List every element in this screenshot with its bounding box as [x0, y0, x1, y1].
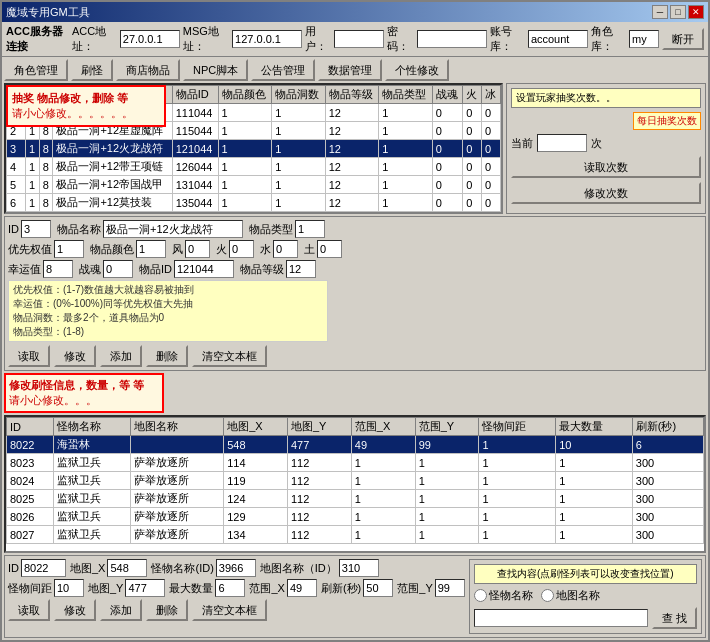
m-read-button[interactable]: 读取	[8, 599, 50, 621]
msg-input[interactable]	[232, 30, 302, 48]
modify-count-button[interactable]: 修改次数	[511, 182, 701, 204]
roledb-input[interactable]	[629, 30, 659, 48]
water-input[interactable]	[273, 240, 298, 258]
table-row[interactable]: 8023监狱卫兵萨举放逐所1141121111300	[7, 454, 704, 472]
priority-label: 优先权值	[8, 242, 52, 257]
m-refresh-input[interactable]	[363, 579, 393, 597]
m-ry-input[interactable]	[435, 579, 465, 597]
water-label: 水	[260, 242, 271, 257]
item-read-button[interactable]: 读取	[8, 345, 50, 367]
m-mapnameid-label: 地图名称（ID）	[260, 561, 337, 576]
m-col-x: 地图_X	[224, 418, 288, 436]
m-mapx-input[interactable]	[107, 559, 147, 577]
m-mapy-input[interactable]	[125, 579, 165, 597]
current-input[interactable]	[537, 134, 587, 152]
earth-input[interactable]	[317, 240, 342, 258]
accdb-input[interactable]	[528, 30, 588, 48]
m-col-id: ID	[7, 418, 54, 436]
fire-label: 火	[216, 242, 227, 257]
color-group: 物品颜色	[90, 240, 166, 258]
luck-input[interactable]	[43, 260, 73, 278]
monster-table-container[interactable]: ID 怪物名称 地图名称 地图_X 地图_Y 范围_X 范围_Y 怪物间距 最大…	[4, 415, 706, 553]
maximize-button[interactable]: □	[670, 5, 686, 19]
tab-npc-script[interactable]: NPC脚本	[183, 59, 248, 81]
color-input[interactable]	[136, 240, 166, 258]
m-dist-input[interactable]	[54, 579, 84, 597]
col-item-id: 物品ID	[172, 86, 218, 104]
current-label: 当前	[511, 136, 533, 151]
m-col-max: 最大数量	[556, 418, 633, 436]
table-row[interactable]: 8026监狱卫兵萨举放逐所1291121111300	[7, 508, 704, 526]
tab-data-mgmt[interactable]: 数据管理	[318, 59, 382, 81]
table-row[interactable]: 318极品一洞+12火龙战符12104411121000	[7, 140, 501, 158]
user-input[interactable]	[334, 30, 384, 48]
m-col-rx: 范围_X	[351, 418, 415, 436]
table-row[interactable]: 8024监狱卫兵萨举放逐所1191121111300	[7, 472, 704, 490]
m-mapnameid-input[interactable]	[339, 559, 379, 577]
item-type-input[interactable]	[295, 220, 325, 238]
item-add-button[interactable]: 添加	[100, 345, 142, 367]
item-name-input[interactable]	[103, 220, 243, 238]
lottery-daily-row: 每日抽奖次数	[511, 112, 701, 130]
table-row[interactable]: 8027监狱卫兵萨举放逐所1341121111300	[7, 526, 704, 544]
tab-role-mgmt[interactable]: 角色管理	[4, 59, 68, 81]
search-input[interactable]	[474, 609, 648, 627]
note-line2: 幸运值：(0%-100%)同等优先权值大先抽	[13, 297, 323, 311]
soul-input[interactable]	[103, 260, 133, 278]
m-clear-button[interactable]: 清空文本框	[192, 599, 267, 621]
m-mname-input[interactable]	[216, 559, 256, 577]
item-id-input[interactable]	[21, 220, 51, 238]
itemid-input[interactable]	[174, 260, 234, 278]
col-type: 物品类型	[379, 86, 433, 104]
monster-table: ID 怪物名称 地图名称 地图_X 地图_Y 范围_X 范围_Y 怪物间距 最大…	[6, 417, 704, 544]
fire-input[interactable]	[229, 240, 254, 258]
m-max-input[interactable]	[215, 579, 245, 597]
wind-input[interactable]	[185, 240, 210, 258]
item-type-label: 物品类型	[249, 222, 293, 237]
table-row[interactable]: 618极品一洞+12莫技装13504411121000	[7, 194, 501, 212]
m-id-input[interactable]	[21, 559, 66, 577]
tab-personal[interactable]: 个性修改	[385, 59, 449, 81]
radio-map-name[interactable]: 地图名称	[541, 588, 600, 603]
disconnect-button[interactable]: 断开	[662, 28, 704, 50]
item-form-row2: 优先权值 物品颜色 风 火 水	[8, 240, 702, 258]
m-max-label: 最大数量	[169, 581, 213, 596]
priority-input[interactable]	[54, 240, 84, 258]
m-add-button[interactable]: 添加	[100, 599, 142, 621]
item-delete-button[interactable]: 删除	[146, 345, 188, 367]
fire-group: 火	[216, 240, 254, 258]
m-col-y: 地图_Y	[287, 418, 351, 436]
tab-shop-items[interactable]: 商店物品	[116, 59, 180, 81]
tab-spawn[interactable]: 刷怪	[71, 59, 113, 81]
close-button[interactable]: ✕	[688, 5, 704, 19]
col-soul: 战魂	[432, 86, 462, 104]
tab-announcement[interactable]: 公告管理	[251, 59, 315, 81]
table-row[interactable]: 518极品一洞+12帝国战甲13104411121000	[7, 176, 501, 194]
m-modify-button[interactable]: 修改	[54, 599, 96, 621]
pass-input[interactable]	[417, 30, 487, 48]
read-count-button[interactable]: 读取次数	[511, 156, 701, 178]
m-delete-button[interactable]: 删除	[146, 599, 188, 621]
search-button[interactable]: 查 找	[652, 607, 697, 629]
table-row[interactable]: 8025监狱卫兵萨举放逐所1241121111300	[7, 490, 704, 508]
m-col-refresh: 刷新(秒)	[632, 418, 703, 436]
wind-group: 风	[172, 240, 210, 258]
radio-monster-name[interactable]: 怪物名称	[474, 588, 533, 603]
m-ry-label: 范围_Y	[397, 581, 432, 596]
col-holes: 物品洞数	[272, 86, 326, 104]
item-modify-button[interactable]: 修改	[54, 345, 96, 367]
main-tabs-row: 角色管理 刷怪 商店物品 NPC脚本 公告管理 数据管理 个性修改	[4, 59, 706, 81]
m-mapnameid-group: 地图名称（ID）	[260, 559, 379, 577]
minimize-button[interactable]: ─	[652, 5, 668, 19]
table-row[interactable]: 418极品一洞+12带王项链12604411121000	[7, 158, 501, 176]
item-clear-button[interactable]: 清空文本框	[192, 345, 267, 367]
item-level-input[interactable]	[286, 260, 316, 278]
lottery-title-box: 设置玩家抽奖次数。。	[511, 88, 701, 108]
m-rx-input[interactable]	[287, 579, 317, 597]
addr-input[interactable]	[120, 30, 180, 48]
m-col-monster: 怪物名称	[54, 418, 131, 436]
mf-row1: ID 地图_X 怪物名称(ID) 地图名称（ID）	[8, 559, 465, 577]
item-id-group: ID	[8, 220, 51, 238]
item-type-group: 物品类型	[249, 220, 325, 238]
table-row[interactable]: 8022海蛩林54847749991106	[7, 436, 704, 454]
